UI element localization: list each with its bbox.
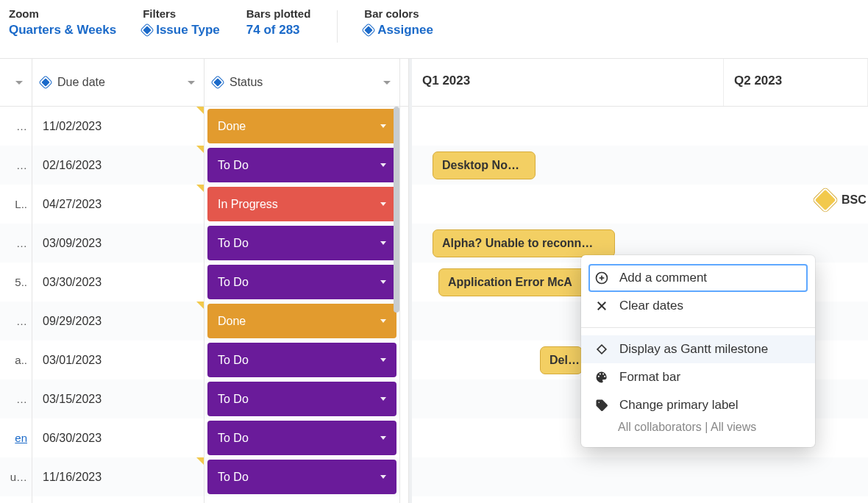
status-pill[interactable]: To Do bbox=[207, 343, 396, 377]
bar-colors-control[interactable]: Bar colors Assignee bbox=[364, 7, 433, 38]
row-lead-cell[interactable]: … bbox=[0, 146, 32, 185]
status-cell[interactable]: To Do bbox=[204, 340, 399, 379]
chevron-down-icon bbox=[188, 81, 195, 85]
row-lead-cell[interactable]: … bbox=[0, 379, 32, 418]
col-due-label: Due date bbox=[57, 76, 105, 89]
status-pill[interactable]: To Do bbox=[207, 382, 396, 416]
status-text: Done bbox=[218, 120, 246, 133]
menu-add-comment[interactable]: Add a comment bbox=[588, 264, 808, 292]
chevron-down-icon bbox=[380, 202, 386, 206]
status-pill[interactable]: Done bbox=[207, 109, 396, 143]
zoom-value[interactable]: Quarters & Weeks bbox=[9, 23, 116, 38]
menu-clear-dates[interactable]: Clear dates bbox=[581, 292, 815, 320]
gantt-timeline-header: Q1 2023 Q2 2023 bbox=[412, 59, 868, 107]
menu-display-milestone[interactable]: Display as Gantt milestone bbox=[581, 335, 815, 363]
flag-icon bbox=[196, 185, 204, 192]
status-cell[interactable]: To Do bbox=[204, 224, 399, 263]
menu-change-label[interactable]: Change primary label bbox=[581, 391, 815, 419]
diamond-icon bbox=[363, 24, 375, 37]
due-date-cell[interactable]: 11/02/2023 bbox=[32, 107, 204, 146]
chevron-down-icon bbox=[380, 397, 386, 401]
status-cell[interactable]: To Do bbox=[204, 263, 399, 302]
status-cell[interactable]: Done bbox=[204, 107, 399, 146]
chevron-down-icon bbox=[380, 163, 386, 167]
status-text: To Do bbox=[218, 159, 249, 172]
flag-icon bbox=[196, 457, 204, 465]
due-date-cell[interactable]: 03/01/2023 bbox=[32, 340, 204, 379]
chevron-down-icon bbox=[380, 358, 386, 362]
milestone-diamond-icon bbox=[813, 188, 838, 213]
status-pill[interactable]: In Progress bbox=[207, 187, 396, 221]
data-grid: ……L..…5..…a..…enu… Due date 11/02/202302… bbox=[0, 59, 412, 503]
row-lead-cell[interactable]: u… bbox=[0, 457, 32, 496]
gantt-milestone[interactable]: BSC bbox=[817, 191, 867, 209]
status-cell[interactable]: To Do bbox=[204, 146, 399, 185]
filters-control[interactable]: Filters Issue Type bbox=[143, 7, 220, 38]
comment-icon bbox=[594, 271, 609, 285]
bars-plotted-value[interactable]: 74 of 283 bbox=[246, 23, 311, 38]
due-date-cell[interactable]: 03/30/2023 bbox=[32, 263, 204, 302]
status-pill[interactable]: To Do bbox=[207, 460, 396, 494]
status-pill[interactable]: To Do bbox=[207, 226, 396, 260]
bars-plotted-control[interactable]: Bars plotted 74 of 283 bbox=[246, 7, 311, 38]
menu-format-bar[interactable]: Format bar bbox=[581, 363, 815, 391]
bars-plotted-label: Bars plotted bbox=[246, 7, 311, 20]
status-text: To Do bbox=[218, 237, 249, 250]
status-pill[interactable]: To Do bbox=[207, 148, 396, 182]
row-lead-cell[interactable]: … bbox=[0, 224, 32, 263]
filters-label: Filters bbox=[143, 7, 220, 20]
gantt-row[interactable] bbox=[412, 107, 868, 146]
gantt-row[interactable] bbox=[412, 457, 868, 496]
bar-colors-label: Bar colors bbox=[364, 7, 433, 20]
gantt-row[interactable]: Desktop No… bbox=[412, 146, 868, 185]
due-date-cell[interactable]: 11/16/2023 bbox=[32, 457, 204, 496]
chevron-down-icon bbox=[383, 81, 391, 85]
col-status: Status DoneTo DoIn ProgressTo DoTo DoDon… bbox=[204, 59, 400, 503]
row-lead-cell[interactable]: en bbox=[0, 418, 32, 457]
filters-value[interactable]: Issue Type bbox=[143, 23, 220, 38]
status-cell[interactable]: In Progress bbox=[204, 185, 399, 224]
status-pill[interactable]: Done bbox=[207, 304, 396, 338]
chevron-down-icon bbox=[380, 475, 386, 479]
bar-colors-value[interactable]: Assignee bbox=[364, 23, 433, 38]
menu-sub-note: All collaborators | All views bbox=[581, 419, 815, 438]
close-icon bbox=[594, 299, 609, 313]
col-expand: ……L..…5..…a..…enu… bbox=[0, 59, 32, 503]
gantt-bar[interactable]: Del… bbox=[540, 346, 583, 374]
row-lead-cell[interactable]: L.. bbox=[0, 185, 32, 224]
col-expand-header[interactable] bbox=[0, 59, 32, 107]
zoom-control[interactable]: Zoom Quarters & Weeks bbox=[9, 7, 116, 38]
status-cell[interactable]: To Do bbox=[204, 457, 399, 496]
due-date-cell[interactable]: 04/27/2023 bbox=[32, 185, 204, 224]
gantt-row[interactable]: BSC bbox=[412, 185, 868, 224]
status-text: To Do bbox=[218, 276, 249, 289]
palette-icon bbox=[594, 370, 609, 385]
col-spacer bbox=[400, 59, 409, 503]
row-lead-cell[interactable]: 5.. bbox=[0, 263, 32, 302]
due-date-cell[interactable]: 09/29/2023 bbox=[32, 302, 204, 340]
col-status-header[interactable]: Status bbox=[204, 59, 399, 107]
status-pill[interactable]: To Do bbox=[207, 421, 396, 455]
diamond-icon bbox=[40, 76, 52, 89]
due-date-cell[interactable]: 02/16/2023 bbox=[32, 146, 204, 185]
status-cell[interactable]: To Do bbox=[204, 379, 399, 418]
zoom-label: Zoom bbox=[9, 7, 116, 20]
status-text: Done bbox=[218, 315, 246, 328]
row-lead-cell[interactable]: … bbox=[0, 302, 32, 340]
chevron-down-icon bbox=[15, 81, 23, 85]
vertical-scrollbar[interactable] bbox=[394, 107, 399, 313]
due-date-cell[interactable]: 03/09/2023 bbox=[32, 224, 204, 263]
tag-icon bbox=[594, 398, 609, 413]
row-lead-cell[interactable]: a.. bbox=[0, 340, 32, 379]
status-cell[interactable]: To Do bbox=[204, 418, 399, 457]
status-pill[interactable]: To Do bbox=[207, 265, 396, 299]
col-status-label: Status bbox=[230, 76, 263, 89]
due-date-cell[interactable]: 06/30/2023 bbox=[32, 418, 204, 457]
gantt-bar[interactable]: Alpha? Unable to reconn… bbox=[433, 229, 615, 257]
status-cell[interactable]: Done bbox=[204, 302, 399, 340]
due-date-cell[interactable]: 03/15/2023 bbox=[32, 379, 204, 418]
gantt-bar[interactable]: Desktop No… bbox=[433, 151, 536, 179]
col-due-header[interactable]: Due date bbox=[32, 59, 204, 107]
row-lead-cell[interactable]: … bbox=[0, 107, 32, 146]
milestone-icon bbox=[594, 342, 609, 357]
